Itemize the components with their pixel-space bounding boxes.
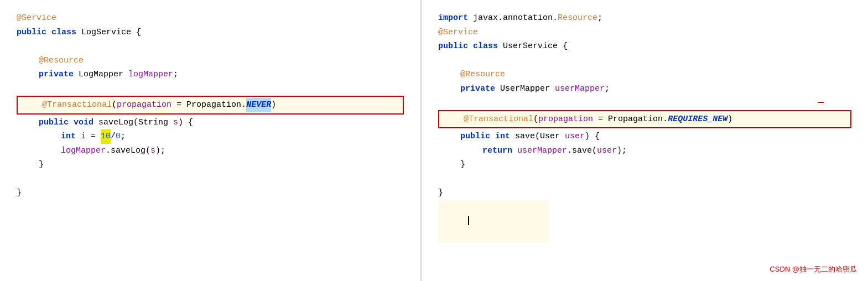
- code-line-blank: [17, 82, 404, 96]
- kw-import: import: [438, 11, 468, 25]
- code-line: public class LogService {: [17, 25, 404, 40]
- right-code-panel: import javax.annotation. Resource ; @Ser…: [422, 0, 868, 281]
- paren-close: ): [271, 98, 276, 112]
- code-line: }: [438, 158, 851, 172]
- annotation-resource: @Resource: [39, 54, 84, 68]
- code-line: private LogMapper logMapper ;: [17, 67, 404, 82]
- annotation-transactional: @Transactional: [42, 98, 112, 112]
- code-line-blank: [17, 172, 404, 186]
- code-line-blank: [17, 39, 404, 54]
- paren-open: (: [112, 98, 117, 112]
- code-line: int i = 10 / 0 ;: [17, 129, 404, 144]
- code-line: import javax.annotation. Resource ;: [438, 11, 851, 25]
- propagation-value: NEVER: [246, 98, 271, 112]
- code-line: public int save(User user ) {: [438, 129, 851, 144]
- code-line: public void saveLog(String s ) {: [17, 116, 404, 130]
- code-line: }: [17, 186, 404, 200]
- kw-int: int: [61, 129, 76, 144]
- code-line: @Resource: [17, 54, 404, 68]
- kw-class: class: [51, 25, 76, 40]
- watermark: CSDN @独一无二的哈密瓜: [770, 264, 857, 274]
- main-container: @Service public class LogService { @Reso…: [0, 0, 868, 281]
- propagation-class: Propagation.: [186, 98, 246, 112]
- kw-public: public: [17, 25, 46, 40]
- code-line: }: [438, 186, 851, 200]
- code-line: }: [17, 158, 404, 172]
- code-line: public class UserService {: [438, 39, 851, 54]
- code-line: logMapper . saveLog ( s );: [17, 144, 404, 158]
- code-line-blank: [438, 172, 851, 186]
- code-line-blank: [438, 96, 851, 110]
- annotation-transactional-r: @Transactional: [464, 112, 533, 127]
- space: LogMapper: [74, 67, 128, 82]
- annotation-service-r: @Service: [438, 25, 478, 40]
- annotation-service: @Service: [17, 11, 56, 25]
- number-10: 10: [101, 129, 111, 144]
- field-name: logMapper: [128, 67, 173, 82]
- transactional-line-right: @Transactional ( propagation = Propagati…: [438, 110, 851, 129]
- semicolon: ;: [173, 67, 178, 82]
- kw-void: void: [74, 116, 93, 130]
- code-line: @Service: [17, 11, 404, 25]
- kw-private: private: [39, 67, 74, 82]
- number-0: 0: [116, 129, 121, 144]
- equals: =: [171, 98, 186, 112]
- transactional-line-left: @Transactional ( propagation = Propagati…: [17, 96, 404, 115]
- text-cursor: [468, 216, 469, 225]
- propagation-value-r: REQUIRES_NEW: [668, 112, 727, 127]
- cursor-line: [438, 200, 549, 243]
- code-line: return userMapper . save ( user );: [438, 144, 851, 158]
- space: [46, 25, 51, 40]
- attr-propagation: propagation: [117, 98, 171, 112]
- code-line: private UserMapper userMapper ;: [438, 82, 851, 96]
- cursor-indicator: —: [818, 97, 824, 108]
- left-code-panel: @Service public class LogService { @Reso…: [0, 0, 420, 281]
- kw-public: public: [39, 116, 69, 130]
- code-line: @Resource: [438, 67, 851, 82]
- code-line-blank: [438, 54, 851, 68]
- code-line: @Service: [438, 25, 851, 40]
- class-name: LogService {: [76, 25, 141, 40]
